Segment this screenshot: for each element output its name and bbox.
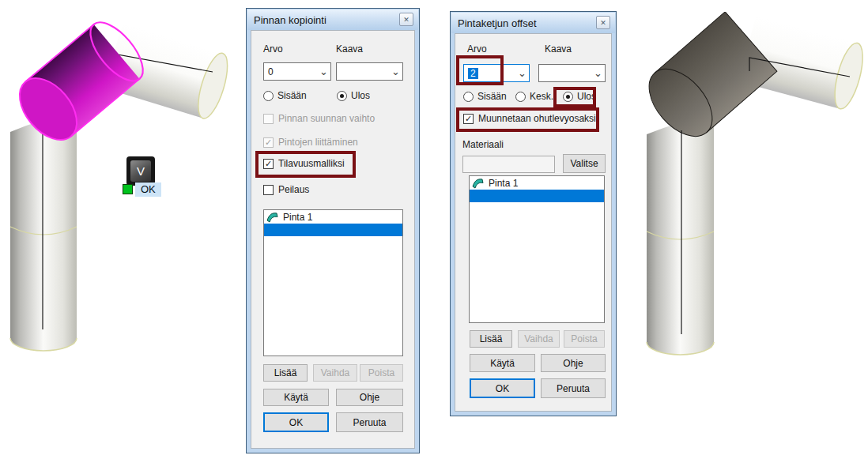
dialog2-valitse-button[interactable]: Valitse — [563, 154, 606, 173]
dialog1-checkbox-peilaus[interactable]: ✓ Peilaus — [263, 184, 309, 195]
dialog1-titlebar[interactable]: Pinnan kopiointi — [247, 9, 418, 30]
checkbox-box: ✓ — [463, 114, 474, 124]
dialog2-surface-list[interactable]: Pinta 1 — [469, 175, 605, 323]
dialog2-close-icon[interactable]: ✕ — [596, 16, 610, 29]
dialog1-arvo-label: Arvo — [263, 43, 283, 55]
dialog1-kaava-combo[interactable]: ⌄ — [336, 62, 403, 81]
surface-icon — [472, 178, 485, 189]
button-label: Poista — [571, 333, 597, 344]
button-label: Peruuta — [557, 383, 590, 394]
checkbox-box: ✓ — [263, 137, 274, 148]
checkbox-label: Pinnan suunnan vaihto — [278, 113, 375, 124]
dialog2-titlebar[interactable]: Pintaketjun offset — [451, 13, 615, 33]
dialog1-ohje-button[interactable]: Ohje — [336, 389, 403, 406]
dialog2-arvo-value: 2 — [464, 65, 515, 81]
check-icon: ✓ — [265, 160, 272, 168]
radio-circle — [263, 91, 274, 101]
dialog1-arvo-combo[interactable]: 0 ⌄ — [263, 62, 331, 81]
status-ok-label: OK — [141, 183, 156, 195]
dialog1-checkbox-pintojen-liittaminen: ✓ Pintojen liittäminen — [263, 137, 358, 148]
button-label: Valitse — [570, 158, 598, 169]
dialog1-kaava-label: Kaava — [336, 43, 363, 55]
checkbox-box: ✓ — [263, 114, 274, 124]
radio-label: Sisään — [477, 91, 507, 102]
close-glyph: ✕ — [403, 16, 409, 24]
checkbox-label: Peilaus — [278, 184, 309, 195]
dialog1-poista-button: Poista — [360, 364, 403, 382]
button-label: Poista — [368, 367, 394, 378]
dialog2-ohje-button[interactable]: Ohje — [541, 354, 606, 372]
radio-circle — [463, 92, 474, 102]
dialog2-title: Pintaketjun offset — [458, 17, 537, 29]
checkbox-label: Pintojen liittäminen — [278, 137, 358, 148]
radio-circle — [563, 92, 573, 102]
dialog2-ok-button[interactable]: OK — [470, 378, 535, 398]
dialog2-checkbox-ohutlevy[interactable]: ✓ Muunnetaan ohutlevyosaksi — [463, 113, 596, 124]
button-label: Käytä — [490, 358, 515, 369]
dialog2-materiaali-field[interactable] — [462, 156, 555, 173]
dialog1-ok-button[interactable]: OK — [263, 412, 329, 432]
dialog2-peruuta-button[interactable]: Peruuta — [541, 378, 606, 398]
dialog2-kaava-combo[interactable]: ⌄ — [538, 64, 606, 82]
dialog2-kayta-button[interactable]: Käytä — [470, 354, 535, 372]
check-icon: ✓ — [465, 115, 472, 123]
radio-label: Ulos — [577, 91, 596, 102]
dialog2-radio-kesk[interactable]: Kesk. — [515, 91, 553, 102]
list-selected-row[interactable] — [470, 190, 604, 202]
radio-circle — [337, 91, 347, 101]
button-label: OK — [289, 417, 303, 428]
dialog1-peruuta-button[interactable]: Peruuta — [336, 412, 403, 432]
list-item-label: Pinta 1 — [283, 212, 312, 223]
dialog2-kaava-label: Kaava — [545, 43, 572, 55]
dialog1-close-icon[interactable]: ✕ — [399, 13, 413, 26]
button-label: Lisää — [274, 367, 297, 378]
close-glyph: ✕ — [600, 19, 606, 27]
dialog2-vaihda-button: Vaihda — [518, 330, 560, 348]
dialog1-lisaa-button[interactable]: Lisää — [263, 364, 308, 382]
dialog1-checkbox-tilavuusmalliksi[interactable]: ✓ Tilavuusmalliksi — [263, 158, 345, 169]
keyboard-key-v-icon: V — [126, 156, 155, 186]
dialog1-radio-ulos[interactable]: Ulos — [337, 90, 370, 101]
radio-label: Kesk. — [530, 91, 553, 102]
checkbox-label: Tilavuusmalliksi — [278, 158, 345, 169]
dialog1-title: Pinnan kopiointi — [254, 14, 326, 26]
dialog2-kaava-value — [539, 65, 591, 81]
dialog1-surface-list[interactable]: Pinta 1 — [263, 209, 403, 356]
selected-text: 2 — [468, 68, 478, 79]
radio-label: Ulos — [351, 90, 370, 101]
dialog2-arvo-label: Arvo — [467, 43, 487, 55]
radio-circle — [515, 92, 526, 102]
dialog1-kayta-button[interactable]: Käytä — [263, 389, 329, 406]
list-item-label: Pinta 1 — [489, 178, 518, 189]
dialog1-vaihda-button: Vaihda — [313, 364, 357, 382]
button-label: Käytä — [284, 392, 308, 403]
list-item-pinta1[interactable]: Pinta 1 — [264, 210, 402, 224]
check-icon: ✓ — [265, 138, 272, 147]
radio-label: Sisään — [277, 90, 307, 101]
dialog2-lisaa-button[interactable]: Lisää — [470, 330, 512, 348]
surface-icon — [266, 212, 279, 223]
model-view-left — [0, 12, 241, 359]
dialog2-radio-sisaan[interactable]: Sisään — [463, 91, 507, 102]
list-item-pinta1[interactable]: Pinta 1 — [470, 176, 604, 190]
dialog2-arvo-combo[interactable]: 2 ⌄ — [463, 64, 530, 82]
pipe-vertical-left — [10, 113, 77, 351]
chevron-down-icon[interactable]: ⌄ — [317, 63, 330, 80]
chevron-down-icon[interactable]: ⌄ — [515, 65, 529, 81]
key-face: V — [130, 160, 151, 182]
chevron-down-icon[interactable]: ⌄ — [591, 65, 605, 81]
checkbox-label: Muunnetaan ohutlevyosaksi — [478, 113, 596, 124]
dialog-pinnan-kopiointi: Pinnan kopiointi ✕ Arvo Kaava 0 ⌄ ⌄ Sisä… — [246, 8, 420, 453]
chevron-down-icon[interactable]: ⌄ — [389, 63, 402, 80]
button-label: Peruuta — [353, 417, 386, 428]
dialog2-materiaali-label: Materiaali — [462, 139, 504, 150]
dialog1-checkbox-suunnan-vaihto: ✓ Pinnan suunnan vaihto — [263, 113, 375, 124]
list-selected-row[interactable] — [264, 224, 402, 236]
green-indicator-icon — [123, 184, 133, 194]
dialog2-poista-button: Poista — [564, 330, 605, 348]
dialog1-radio-sisaan[interactable]: Sisään — [263, 90, 307, 101]
dialog2-radio-ulos[interactable]: Ulos — [563, 91, 596, 102]
checkbox-box: ✓ — [263, 159, 274, 169]
dialog1-kaava-value — [337, 63, 389, 80]
checkbox-box: ✓ — [263, 185, 274, 195]
